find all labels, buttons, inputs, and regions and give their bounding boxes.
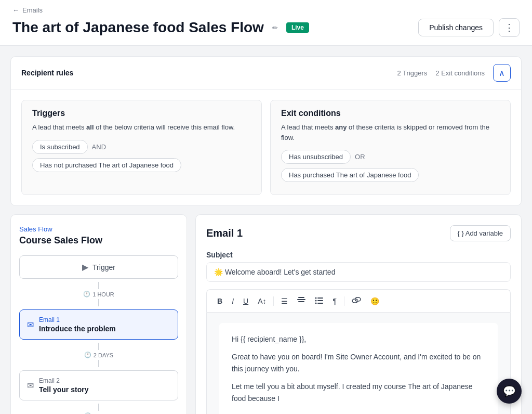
trigger-tags-row2: Has not purchased The art of Japanese fo… bbox=[32, 158, 251, 172]
edit-title-button[interactable]: ✏ bbox=[270, 22, 280, 34]
triggers-section-title: Triggers bbox=[32, 109, 251, 118]
bold-button[interactable]: B bbox=[213, 294, 227, 308]
page-header: ← Emails The art of Japanese food Sales … bbox=[0, 0, 532, 46]
edit-icon: ✏ bbox=[272, 24, 278, 32]
connector-line-1 bbox=[98, 282, 99, 289]
back-label: Emails bbox=[22, 6, 43, 14]
email-line-1: Hi {{ recipient_name }}, bbox=[232, 333, 485, 345]
flow-email-2-content: Email 2 Tell your story bbox=[39, 377, 170, 394]
exit-conditions-title: Exit conditions bbox=[281, 109, 500, 118]
main-content: Recipient rules 2 Triggers 2 Exit condit… bbox=[0, 46, 532, 414]
email-icon-1: ✉ bbox=[27, 320, 34, 330]
connector-line-2b bbox=[98, 360, 99, 367]
trigger-tags-row1: Is subscribed AND bbox=[32, 140, 251, 154]
email-line-3: Let me tell you a bit about myself. I cr… bbox=[232, 381, 485, 404]
connector-line-3 bbox=[98, 404, 99, 411]
email-panel-header: Email 1 { } Add variable bbox=[206, 225, 511, 241]
email-body: Hi {{ recipient_name }}, Great to have y… bbox=[206, 312, 511, 414]
email-content-inner[interactable]: Hi {{ recipient_name }}, Great to have y… bbox=[219, 323, 498, 414]
svg-rect-0 bbox=[298, 297, 304, 298]
list-icon bbox=[315, 296, 323, 305]
emoji-icon: 🙂 bbox=[370, 297, 379, 305]
svg-rect-4 bbox=[317, 297, 323, 299]
trigger-connector-and: AND bbox=[92, 143, 106, 151]
trigger-flow-item[interactable]: ▶ Trigger bbox=[19, 255, 178, 279]
trigger-item-label: Trigger bbox=[92, 263, 115, 271]
exit-conditions-count: 2 Exit conditions bbox=[435, 69, 485, 77]
live-badge: Live bbox=[286, 22, 309, 33]
rules-body: Triggers A lead that meets all of the be… bbox=[11, 89, 521, 205]
svg-rect-8 bbox=[317, 303, 323, 304]
editor-toolbar: B I U A↕ ☰ bbox=[206, 289, 511, 312]
flow-email-2[interactable]: ✉ Email 2 Tell your story bbox=[19, 370, 178, 400]
flow-connector-3: 🕐 2 DAYS bbox=[19, 404, 178, 414]
exit-tags-row1: Has unsubscribed OR bbox=[281, 150, 500, 164]
flow-connector-2: 🕐 2 DAYS bbox=[19, 343, 178, 367]
align-center-button[interactable] bbox=[293, 294, 310, 308]
flow-title: Course Sales Flow bbox=[19, 235, 178, 246]
collapse-button[interactable]: ∧ bbox=[493, 64, 511, 82]
flow-email-2-label: Email 2 bbox=[39, 377, 170, 384]
link-button[interactable] bbox=[348, 294, 365, 308]
italic-button[interactable]: I bbox=[228, 294, 238, 308]
header-right: Publish changes ⋮ bbox=[418, 18, 520, 37]
flow-email-1-name: Introduce the problem bbox=[39, 325, 170, 333]
font-size-button[interactable]: A↕ bbox=[254, 294, 270, 308]
toolbar-divider-2 bbox=[344, 296, 344, 306]
connector-line-2 bbox=[98, 343, 99, 350]
recipient-rules-meta: 2 Triggers 2 Exit conditions ∧ bbox=[397, 64, 511, 82]
flow-email-1-label: Email 1 bbox=[39, 316, 170, 324]
back-navigation[interactable]: ← Emails bbox=[12, 6, 520, 14]
underline-button[interactable]: U bbox=[239, 294, 252, 308]
publish-button[interactable]: Publish changes bbox=[418, 19, 494, 36]
flow-connector-1: 🕐 1 HOUR bbox=[19, 282, 178, 306]
list-button[interactable] bbox=[311, 294, 327, 308]
exit-tag-purchased: Has purchased The art of Japanese food bbox=[281, 168, 419, 182]
flow-email-2-name: Tell your story bbox=[39, 385, 170, 394]
email-text: Hi {{ recipient_name }}, Great to have y… bbox=[232, 333, 485, 404]
exit-tags-row2: Has purchased The art of Japanese food bbox=[281, 168, 500, 182]
delay-label-2: 🕐 2 DAYS bbox=[84, 352, 113, 358]
email-line-2: Great to have you on board! I'm Site Own… bbox=[232, 351, 485, 374]
flow-breadcrumb: Sales Flow bbox=[19, 225, 178, 233]
trigger-tag-subscribed: Is subscribed bbox=[32, 140, 88, 154]
exit-conditions-section: Exit conditions A lead that meets any of… bbox=[270, 100, 511, 195]
chat-button[interactable]: 💬 bbox=[497, 379, 522, 404]
add-variable-button[interactable]: { } Add variable bbox=[450, 225, 511, 241]
svg-rect-2 bbox=[298, 301, 304, 302]
flow-email-1-content: Email 1 Introduce the problem bbox=[39, 316, 170, 333]
email-panel-title: Email 1 bbox=[206, 227, 243, 239]
svg-point-5 bbox=[315, 300, 317, 302]
exit-conditions-description: A lead that meets any of these criteria … bbox=[281, 122, 500, 143]
email-editor-panel: Email 1 { } Add variable Subject B I U A… bbox=[195, 214, 522, 414]
paragraph-button[interactable]: ¶ bbox=[328, 294, 341, 308]
chevron-up-icon: ∧ bbox=[499, 68, 505, 78]
recipient-rules-title: Recipient rules bbox=[21, 69, 73, 77]
triggers-section: Triggers A lead that meets all of the be… bbox=[21, 100, 262, 195]
clock-icon-2: 🕐 bbox=[84, 352, 91, 358]
svg-point-3 bbox=[315, 297, 317, 299]
back-arrow-icon: ← bbox=[12, 6, 19, 14]
link-icon bbox=[352, 296, 361, 305]
trigger-tag-not-purchased: Has not purchased The art of Japanese fo… bbox=[32, 158, 181, 172]
recipient-rules-card: Recipient rules 2 Triggers 2 Exit condit… bbox=[10, 56, 522, 206]
more-options-button[interactable]: ⋮ bbox=[499, 18, 520, 37]
page-title: The art of Japanese food Sales Flow bbox=[12, 19, 264, 36]
trigger-play-icon: ▶ bbox=[82, 262, 88, 272]
connector-line-1b bbox=[98, 299, 99, 306]
dots-icon: ⋮ bbox=[504, 23, 514, 32]
bottom-panel: Sales Flow Course Sales Flow ▶ Trigger 🕐… bbox=[10, 214, 522, 414]
svg-point-7 bbox=[315, 303, 317, 304]
email-icon-2: ✉ bbox=[27, 381, 34, 391]
flow-email-1[interactable]: ✉ Email 1 Introduce the problem bbox=[19, 309, 178, 340]
exit-tag-unsubscribed: Has unsubscribed bbox=[281, 150, 351, 164]
align-left-button[interactable]: ☰ bbox=[277, 294, 292, 308]
flow-panel: Sales Flow Course Sales Flow ▶ Trigger 🕐… bbox=[10, 214, 187, 414]
subject-input[interactable] bbox=[206, 262, 511, 282]
align-center-icon bbox=[297, 296, 305, 305]
clock-icon-1: 🕐 bbox=[83, 291, 90, 297]
emoji-button[interactable]: 🙂 bbox=[366, 294, 383, 308]
svg-rect-6 bbox=[317, 300, 323, 301]
delay-label-1: 🕐 1 HOUR bbox=[83, 291, 114, 297]
triggers-description: A lead that meets all of the below crite… bbox=[32, 122, 251, 133]
